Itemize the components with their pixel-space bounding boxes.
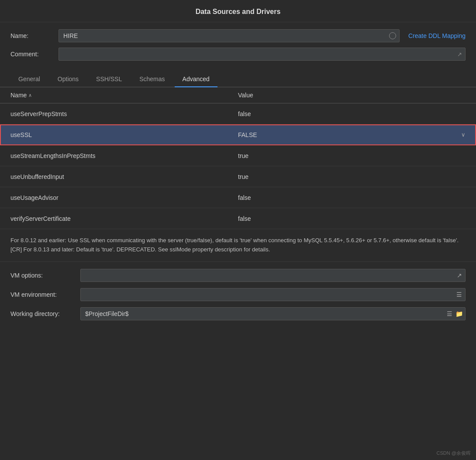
name-input-wrap [59, 29, 400, 42]
header-name: Name ∧ [10, 92, 238, 99]
name-clear-icon[interactable] [389, 32, 396, 39]
working-directory-row: Working directory: ☰ 📁 [10, 307, 466, 320]
table-row[interactable]: useUsageAdvisor false [0, 187, 476, 208]
name-label: Name: [10, 32, 59, 39]
vm-environment-label: VM environment: [10, 291, 80, 298]
vm-environment-icon[interactable]: ☰ [456, 291, 462, 298]
vm-section: VM options: ↗ VM environment: ☰ Working … [0, 262, 476, 320]
working-directory-folder-icon[interactable]: 📁 [455, 310, 463, 317]
cell-name-useStreamLengths: useStreamLengthsInPrepStmts [10, 147, 238, 165]
vm-environment-row: VM environment: ☰ [10, 288, 466, 301]
comment-input[interactable] [59, 48, 466, 61]
vm-environment-input[interactable] [80, 288, 466, 301]
cell-value-useUsageAdvisor: false [238, 194, 466, 201]
sort-arrow-icon[interactable]: ∧ [28, 93, 32, 98]
vm-options-input[interactable] [80, 269, 466, 282]
tab-general[interactable]: General [10, 72, 48, 87]
table-row[interactable]: verifyServerCertificate false [0, 208, 476, 229]
vm-options-input-wrap: ↗ [80, 269, 466, 282]
cell-value-useStreamLengths: true [238, 152, 466, 159]
dialog-title: Data Sources and Drivers [0, 0, 476, 22]
tab-schemas[interactable]: Schemas [131, 72, 172, 87]
cell-name-useServerPrepStmts: useServerPrepStmts [10, 105, 238, 123]
cell-name-useUsageAdvisor: useUsageAdvisor [10, 189, 238, 206]
comment-label: Comment: [10, 51, 59, 58]
create-ddl-link[interactable]: Create DDL Mapping [408, 32, 466, 39]
tab-advanced[interactable]: Advanced [175, 72, 217, 87]
cell-value-useSSL: FALSE ∨ [238, 131, 466, 138]
comment-row: Comment: ↗ [10, 48, 466, 61]
cell-name-verifyServerCertificate: verifyServerCertificate [10, 210, 238, 227]
cell-name-useSSL: useSSL [10, 126, 238, 144]
cell-value-useServerPrepStmts: false [238, 110, 466, 117]
table-section: Name ∧ Value useServerPrepStmts false us… [0, 87, 476, 229]
working-directory-label: Working directory: [10, 310, 80, 317]
tab-ssh-ssl[interactable]: SSH/SSL [88, 72, 130, 87]
working-directory-input-wrap: ☰ 📁 [80, 307, 466, 320]
header-value: Value [238, 92, 466, 99]
vm-options-label: VM options: [10, 272, 80, 279]
form-section: Name: Create DDL Mapping Comment: ↗ [0, 22, 476, 61]
vm-options-expand-icon[interactable]: ↗ [457, 272, 462, 279]
working-directory-browse-icon[interactable]: ☰ [447, 310, 452, 317]
table-row[interactable]: useServerPrepStmts false [0, 103, 476, 124]
dialog: Data Sources and Drivers Name: Create DD… [0, 0, 476, 460]
description-box: For 8.0.12 and earlier: Use SSL when com… [0, 229, 476, 262]
tab-options[interactable]: Options [50, 72, 86, 87]
cell-name-useUnbufferedInput: useUnbufferedInput [10, 168, 238, 185]
table-row[interactable]: useUnbufferedInput true [0, 166, 476, 187]
vm-options-row: VM options: ↗ [10, 269, 466, 282]
cell-value-useUnbufferedInput: true [238, 173, 466, 180]
name-input[interactable] [59, 29, 400, 42]
table-header: Name ∧ Value [0, 87, 476, 103]
watermark: CSDN @余俊晖 [437, 450, 471, 457]
tabs-bar: General Options SSH/SSL Schemas Advanced [0, 66, 476, 87]
comment-input-wrap: ↗ [59, 48, 466, 61]
name-row: Name: Create DDL Mapping [10, 29, 466, 42]
table-row[interactable]: useStreamLengthsInPrepStmts true [0, 145, 476, 166]
cell-value-verifyServerCertificate: false [238, 215, 466, 222]
table-row-selected[interactable]: useSSL FALSE ∨ [0, 124, 476, 145]
working-directory-input[interactable] [80, 307, 466, 320]
comment-expand-icon[interactable]: ↗ [457, 51, 462, 58]
dropdown-arrow-icon[interactable]: ∨ [461, 131, 466, 138]
vm-environment-input-wrap: ☰ [80, 288, 466, 301]
